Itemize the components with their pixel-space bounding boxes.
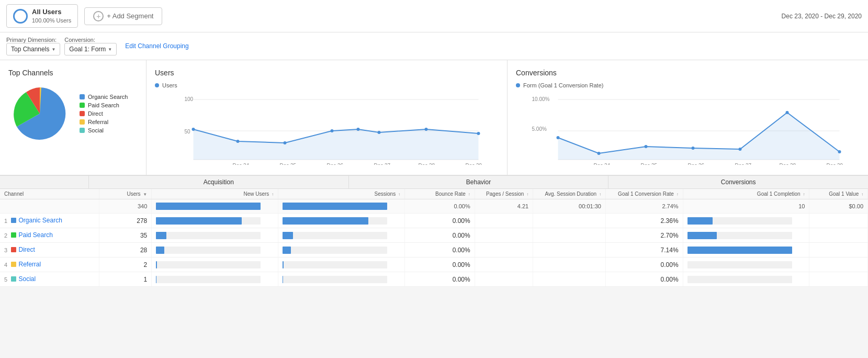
goal1-val-3 <box>809 258 868 272</box>
pages-3 <box>475 258 533 272</box>
users-val-4: 1 <box>99 272 151 287</box>
sessions-bar-0 <box>278 214 405 228</box>
top-bar: All Users 100.00% Users + + Add Segment … <box>0 0 868 32</box>
svg-point-7 <box>236 140 240 143</box>
table-row: 2 Paid Search 35 0.00% 2.70% <box>0 228 868 243</box>
conversion-group: Conversion: Goal 1: Form ▼ <box>64 37 117 55</box>
duration-4 <box>533 272 606 287</box>
channel-link-4[interactable]: Social <box>18 275 36 283</box>
svg-point-12 <box>425 128 428 131</box>
th-new-users[interactable]: New Users ↑ <box>152 189 278 199</box>
charts-section: Top Channels Organic Search Paid <box>0 60 868 175</box>
svg-text:Dec 29: Dec 29 <box>466 163 482 165</box>
legend-label-social: Social <box>88 127 104 133</box>
conversions-chart-title: Conversions <box>516 69 860 77</box>
chevron-down-icon-2: ▼ <box>108 47 112 52</box>
th-channel: Channel <box>0 189 99 199</box>
channel-cell-4: 5 Social <box>0 272 99 287</box>
pages-2 <box>475 243 533 258</box>
legend-label-direct: Direct <box>88 110 103 117</box>
svg-text:50: 50 <box>185 129 191 135</box>
svg-point-32 <box>838 150 841 153</box>
pages-0 <box>475 214 533 228</box>
conversions-chart-panel: Conversions Form (Goal 1 Conversion Rate… <box>508 60 868 175</box>
svg-text:Dec 27: Dec 27 <box>735 163 752 165</box>
goal1-val-2 <box>809 243 868 258</box>
goal1-rate-2: 7.14% <box>605 243 683 258</box>
th-bounce-rate[interactable]: Bounce Rate ↑ <box>404 189 475 199</box>
channel-link-0[interactable]: Organic Search <box>18 217 62 224</box>
bounce-3: 0.00% <box>404 258 475 272</box>
svg-point-26 <box>557 136 560 139</box>
all-users-segment[interactable]: All Users 100.00% Users <box>6 4 78 28</box>
goal1-val-0 <box>809 214 868 228</box>
svg-point-29 <box>692 147 695 150</box>
add-segment-icon: + <box>93 11 104 21</box>
row-num-4: 5 <box>4 276 7 283</box>
new-users-bar-1 <box>152 228 278 243</box>
svg-text:100: 100 <box>185 96 194 102</box>
channel-cell-2: 3 Direct <box>0 243 99 258</box>
legend-label-referral: Referral <box>88 119 108 125</box>
goal1-bar-3 <box>683 258 809 272</box>
date-range: Dec 23, 2020 - Dec 29, 2020 <box>782 13 862 20</box>
totals-row: 340 0.00% 4.21 00:01:30 2.74% 10 $0.00 <box>0 199 868 214</box>
top-channels-dropdown[interactable]: Top Channels ▼ <box>6 43 60 55</box>
channel-color-3 <box>11 262 16 267</box>
totals-goal1-value: $0.00 <box>809 199 868 214</box>
th-users[interactable]: Users ▼ <box>99 189 151 199</box>
channel-link-3[interactable]: Referral <box>18 261 41 268</box>
channel-link-1[interactable]: Paid Search <box>18 231 52 239</box>
conversions-legend-label: Form (Goal 1 Conversion Rate) <box>523 82 603 88</box>
th-avg-duration[interactable]: Avg. Session Duration ↑ <box>533 189 606 199</box>
svg-text:Dec 24: Dec 24 <box>233 163 250 165</box>
row-num-0: 1 <box>4 218 7 224</box>
edit-channel-grouping-link[interactable]: Edit Channel Grouping <box>125 42 188 50</box>
row-num-3: 4 <box>4 262 7 268</box>
goal1-form-dropdown[interactable]: Goal 1: Form ▼ <box>64 43 117 55</box>
goal1-val-4 <box>809 272 868 287</box>
users-chart-title: Users <box>155 69 499 77</box>
legend-dot-paid <box>80 103 85 108</box>
sessions-bar-3 <box>278 258 405 272</box>
goal1-bar-1 <box>683 228 809 243</box>
new-users-bar-0 <box>152 214 278 228</box>
goal1-rate-1: 2.70% <box>605 228 683 243</box>
segment-name: All Users <box>32 8 71 17</box>
pie-legend: Organic Search Paid Search Direct Referr… <box>80 94 128 133</box>
segment-area: All Users 100.00% Users + + Add Segment <box>6 4 162 28</box>
sort-icon-bounce: ↑ <box>468 192 470 197</box>
totals-bounce: 0.00% <box>404 199 475 214</box>
th-goal1-completion[interactable]: Goal 1 Completion ↑ <box>683 189 809 199</box>
totals-goal1-completion: 10 <box>683 199 809 214</box>
svg-text:5.00%: 5.00% <box>532 126 547 132</box>
duration-2 <box>533 243 606 258</box>
sort-icon-sessions: ↑ <box>398 192 400 197</box>
new-users-bar-4 <box>152 272 278 287</box>
totals-new-users-bar <box>152 199 278 214</box>
channel-color-1 <box>11 232 16 238</box>
th-goal1-rate[interactable]: Goal 1 Conversion Rate ↑ <box>605 189 683 199</box>
chevron-down-icon: ▼ <box>51 47 55 52</box>
th-goal1-value[interactable]: Goal 1 Value ↑ <box>809 189 868 199</box>
svg-text:Dec 25: Dec 25 <box>280 163 297 165</box>
conversions-svg-chart: 10.00% 5.00% Dec 24 Dec 25 Dec 26 Dec 27… <box>516 92 860 165</box>
sessions-bar-4 <box>278 272 405 287</box>
add-segment-button[interactable]: + + Add Segment <box>84 7 162 25</box>
totals-users: 340 <box>99 199 151 214</box>
conversion-label: Conversion: <box>64 37 116 43</box>
table-row: 5 Social 1 0.00% 0.00% <box>0 272 868 287</box>
svg-point-9 <box>331 129 334 132</box>
sort-icon-goal1-rate: ↑ <box>677 192 679 197</box>
data-table-section: Acquisition Behavior Conversions Channel… <box>0 175 868 287</box>
th-pages-session[interactable]: Pages / Session ↑ <box>475 189 533 199</box>
th-sessions[interactable]: Sessions ↑ <box>278 189 405 199</box>
channel-link-2[interactable]: Direct <box>18 246 35 253</box>
totals-pages: 4.21 <box>475 199 533 214</box>
table-row: 4 Referral 2 0.00% 0.00% <box>0 258 868 272</box>
legend-label-paid: Paid Search <box>88 102 119 108</box>
channel-color-4 <box>11 276 16 282</box>
svg-point-27 <box>598 152 601 155</box>
pie-container: Organic Search Paid Search Direct Referr… <box>8 82 138 145</box>
sort-icon-goal1-completion: ↑ <box>803 192 805 197</box>
